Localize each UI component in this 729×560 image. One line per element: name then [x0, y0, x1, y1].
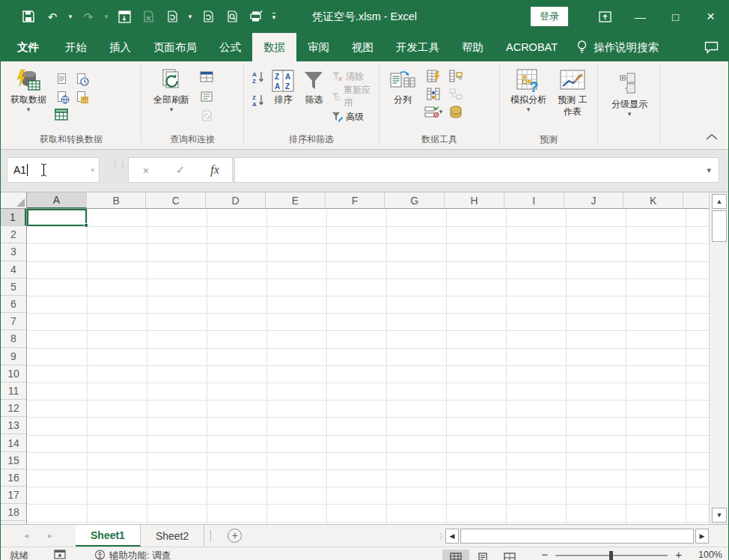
horizontal-scrollbar[interactable]: ◀ ▶ — [445, 525, 709, 547]
vertical-scroll-thumb[interactable] — [712, 210, 727, 242]
print-preview-button[interactable] — [221, 6, 243, 27]
existing-connections-button[interactable] — [52, 106, 70, 124]
reapply-filter-button[interactable]: 重新应用 — [330, 88, 375, 105]
normal-view-button[interactable] — [442, 550, 469, 560]
advanced-filter-button[interactable]: 高级 — [330, 109, 375, 125]
consolidate-button[interactable] — [424, 85, 442, 103]
sort-button[interactable]: ZAAZ 排序 — [269, 65, 298, 106]
column-header-j[interactable]: J — [564, 192, 624, 209]
close-button[interactable]: × — [693, 0, 728, 33]
collapse-ribbon-button[interactable] — [706, 130, 718, 143]
scroll-left-button[interactable]: ◀ — [445, 529, 459, 544]
ribbon-display-options-button[interactable] — [588, 0, 623, 33]
tell-me-search[interactable]: 操作说明搜索 — [569, 33, 666, 61]
redo-button[interactable]: ↷ — [77, 6, 100, 27]
page-break-preview-button[interactable] — [496, 550, 523, 560]
tab-file[interactable]: 文件 — [2, 33, 54, 61]
row-header-1[interactable]: 1 — [1, 209, 26, 226]
sign-in-button[interactable]: 登录 — [531, 7, 568, 26]
row-header-15[interactable]: 15 — [1, 452, 26, 469]
row-header-5[interactable]: 5 — [1, 279, 26, 296]
data-validation-button[interactable]: ▾ — [421, 103, 445, 121]
column-header-a[interactable]: A — [27, 192, 87, 209]
tab-scrollbar-splitter[interactable]: ⋮⋮ — [438, 535, 445, 538]
save-button[interactable] — [17, 6, 40, 27]
macro-record-button[interactable] — [54, 550, 66, 560]
tab-home[interactable]: 开始 — [54, 33, 98, 61]
column-header-h[interactable]: H — [445, 192, 504, 209]
outline-button[interactable]: 分级显示 ▾ — [604, 65, 655, 117]
column-header-e[interactable]: E — [266, 192, 326, 209]
refresh-cancel-button[interactable] — [137, 6, 159, 27]
scroll-up-button[interactable]: ▲ — [712, 194, 727, 209]
tab-page-layout[interactable]: 页面布局 — [142, 33, 208, 61]
refresh-all-button[interactable]: 全部刷新 ▾ — [147, 65, 196, 112]
from-web-button[interactable] — [52, 88, 70, 106]
tab-formulas[interactable]: 公式 — [208, 33, 252, 61]
refresh-document-button[interactable] — [161, 6, 183, 27]
column-header-k[interactable]: K — [623, 192, 683, 209]
text-to-columns-button[interactable]: 分列 — [385, 65, 421, 106]
clear-filter-button[interactable]: 清除 — [330, 68, 375, 85]
row-header-11[interactable]: 11 — [1, 383, 26, 400]
maximize-button[interactable]: □ — [658, 0, 693, 33]
zoom-level-button[interactable]: 100% — [689, 550, 722, 560]
cancel-button[interactable]: × — [133, 164, 159, 177]
undo-dropdown[interactable]: ▾ — [65, 6, 76, 27]
expand-formula-bar-button[interactable]: ▾ — [707, 165, 719, 175]
remove-duplicates-button[interactable] — [447, 67, 465, 85]
name-box[interactable]: A1 ▾ — [7, 157, 100, 183]
quick-print-button[interactable] — [245, 6, 267, 27]
tab-insert[interactable]: 插入 — [98, 33, 142, 61]
filter-button[interactable]: 筛选 — [299, 65, 329, 106]
column-header-b[interactable]: B — [87, 192, 147, 209]
formula-input[interactable]: ▾ — [234, 157, 719, 183]
customize-qat-button[interactable]: ▾ — [269, 6, 279, 27]
touch-mouse-mode-button[interactable] — [113, 6, 135, 27]
select-all-button[interactable] — [1, 192, 27, 209]
column-header-partial[interactable] — [683, 192, 709, 209]
recent-sources-button[interactable] — [72, 70, 90, 88]
row-header-4[interactable]: 4 — [1, 261, 26, 279]
column-header-c[interactable]: C — [146, 192, 206, 209]
row-header-17[interactable]: 17 — [1, 487, 26, 504]
name-box-resizer[interactable]: ⋮⋮ — [112, 163, 116, 178]
name-box-dropdown[interactable]: ▾ — [91, 166, 99, 174]
sheet-tab-sheet2[interactable]: Sheet2 — [141, 525, 204, 547]
tab-review[interactable]: 审阅 — [296, 33, 341, 61]
grid-cells[interactable] — [28, 210, 709, 524]
what-if-analysis-button[interactable]: ? 模拟分析 ▾ — [505, 65, 552, 112]
sheet-nav-right-button[interactable]: ▸ — [48, 531, 52, 541]
zoom-in-button[interactable]: + — [675, 550, 682, 560]
sort-descending-button[interactable]: ZA — [249, 91, 267, 109]
sheet-nav-left-button[interactable]: ◂ — [24, 531, 28, 541]
row-header-2[interactable]: 2 — [1, 226, 26, 243]
sheet-tab-sheet1[interactable]: Sheet1 — [76, 525, 141, 547]
column-header-g[interactable]: G — [385, 192, 445, 209]
row-header-3[interactable]: 3 — [1, 243, 26, 261]
page-layout-view-button[interactable] — [469, 550, 496, 560]
refresh-document-dropdown[interactable]: ▾ — [185, 6, 195, 27]
tab-developer[interactable]: 开发工具 — [385, 33, 451, 61]
get-data-button[interactable]: 获取数据 ▾ — [7, 65, 50, 112]
scroll-down-button[interactable]: ▼ — [712, 508, 727, 523]
row-header-9[interactable]: 9 — [1, 348, 26, 365]
row-header-7[interactable]: 7 — [1, 313, 26, 330]
insert-function-button[interactable]: fx — [202, 163, 228, 177]
column-header-i[interactable]: I — [504, 192, 564, 209]
queries-connections-button[interactable] — [198, 68, 216, 85]
refresh-all-qat-button[interactable] — [197, 6, 219, 27]
vertical-scrollbar[interactable]: ▲ ▼ — [709, 192, 728, 524]
row-header-18[interactable]: 18 — [1, 504, 26, 521]
row-header-6[interactable]: 6 — [1, 296, 26, 313]
column-header-d[interactable]: D — [206, 192, 266, 209]
row-header-12[interactable]: 12 — [1, 400, 26, 417]
row-header-13[interactable]: 13 — [1, 417, 26, 434]
from-table-range-button[interactable] — [72, 88, 90, 106]
row-header-16[interactable]: 16 — [1, 469, 26, 487]
new-sheet-button[interactable]: + — [228, 529, 242, 543]
properties-button[interactable] — [198, 88, 216, 105]
row-header-10[interactable]: 10 — [1, 365, 26, 383]
tab-acrobat[interactable]: ACROBAT — [495, 33, 569, 61]
zoom-slider[interactable] — [555, 555, 668, 556]
